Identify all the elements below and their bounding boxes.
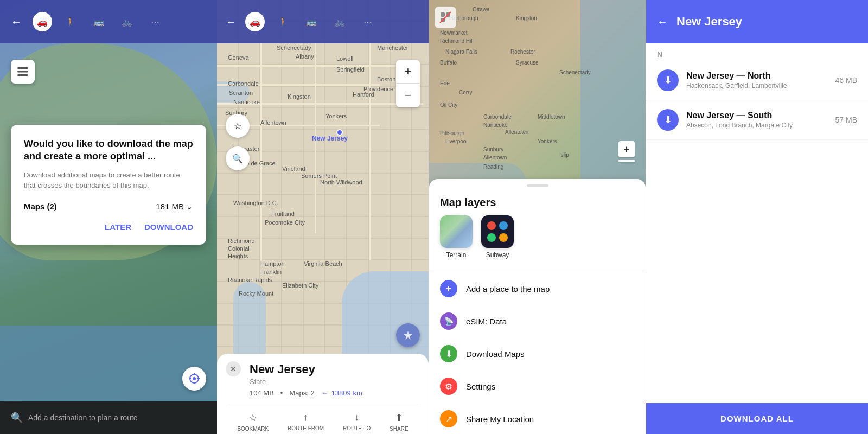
- svg-rect-9: [441, 12, 445, 17]
- svg-rect-1: [17, 71, 28, 73]
- destination-placeholder[interactable]: Add a destination to plan a route: [28, 413, 138, 422]
- star-button[interactable]: ☆: [226, 114, 250, 138]
- route-from-label: ROUTE FROM: [288, 425, 324, 431]
- search-icon-1: 🔍: [11, 412, 23, 424]
- zoom-out-button[interactable]: −: [396, 84, 420, 107]
- menu-item-add-place[interactable]: + Add a place to the map: [429, 272, 646, 305]
- transport-bike-btn-2[interactable]: 🚲: [330, 12, 349, 31]
- panel-download-modal: ← 🚗 🚶 🚌 🚲 ⋯ Would you like to download t…: [0, 0, 217, 434]
- map-road-v3: [369, 43, 371, 260]
- map-road-v2: [315, 43, 316, 233]
- download-button[interactable]: DOWNLOAD: [144, 222, 193, 232]
- nj-dot-sep: •: [280, 389, 283, 397]
- transport-icons-1: 🚗 🚶 🚌 🚲 ⋯: [33, 12, 165, 31]
- subway-icon: [481, 215, 514, 248]
- maps-size: 181 MB ⌄: [156, 202, 193, 212]
- settings-icon: ⚙: [440, 378, 457, 395]
- transport-car-btn[interactable]: 🚗: [33, 12, 52, 31]
- map-minus-btn[interactable]: [618, 160, 635, 162]
- share-action[interactable]: ⬆ SHARE: [390, 412, 408, 432]
- chevron-down-icon: ⌄: [186, 202, 193, 212]
- transport-walk-btn[interactable]: 🚶: [61, 12, 80, 31]
- close-info-card[interactable]: ✕: [226, 361, 241, 376]
- share-location-icon: ↗: [440, 410, 457, 427]
- transport-transit-btn-2[interactable]: 🚌: [302, 12, 321, 31]
- modal-title: Would you like to download the map and c…: [24, 138, 193, 163]
- menu-item-download-maps[interactable]: ⬇ Download Maps: [429, 337, 646, 370]
- zoom-in-button[interactable]: +: [396, 60, 420, 84]
- add-place-icon: +: [440, 280, 457, 297]
- layer-options: Terrain Subway: [429, 215, 646, 267]
- nj-north-item[interactable]: ⬇ New Jersey — North Hackensack, Garfiel…: [646, 61, 868, 100]
- search-icon-2: 🔍: [232, 154, 243, 164]
- nj-state-subtitle: State: [250, 378, 418, 386]
- bookmark-action[interactable]: ☆ BOOKMARK: [237, 412, 269, 432]
- later-button[interactable]: LATER: [105, 222, 131, 232]
- map-water-3-right: [580, 0, 646, 195]
- map-layers-title: Map layers: [429, 192, 646, 215]
- subway-dot-blue: [499, 221, 508, 230]
- esim-label: eSIM: Data: [466, 317, 507, 326]
- map-bg-3: Ottawa Peterborough Kingston Newmarket R…: [429, 0, 646, 195]
- back-arrow-4[interactable]: ←: [657, 16, 668, 28]
- map-road-h3: [217, 103, 423, 105]
- map-plus-btn[interactable]: +: [618, 141, 635, 157]
- back-arrow-2[interactable]: ←: [226, 16, 237, 28]
- transport-icons-2: 🚗 🚶 🚌 🚲 ⋯: [245, 12, 378, 31]
- nj-size: 104 MB: [250, 389, 274, 397]
- menu-item-share-location[interactable]: ↗ Share My Location: [429, 403, 646, 434]
- nj-north-download-icon[interactable]: ⬇: [657, 69, 679, 91]
- nj-north-name: New Jersey — North: [686, 71, 828, 81]
- route-to-label: ROUTE TO: [343, 425, 371, 431]
- map-road-v1: [260, 43, 262, 260]
- nj-north-size: 46 MB: [835, 76, 857, 85]
- search-button-2[interactable]: 🔍: [226, 146, 250, 170]
- route-from-action[interactable]: ↑ ROUTE FROM: [288, 412, 324, 432]
- download-maps-label: Download Maps: [466, 349, 525, 359]
- add-place-label: Add a place to the map: [466, 284, 550, 293]
- menu-item-esim[interactable]: 📡 eSIM: Data: [429, 305, 646, 337]
- bookmark-icon: ☆: [248, 412, 257, 424]
- route-to-action[interactable]: ↓ ROUTE TO: [343, 412, 371, 432]
- star-icon: ☆: [234, 121, 241, 131]
- subway-layer-option[interactable]: Subway: [481, 215, 514, 259]
- terrain-label: Terrain: [446, 251, 467, 259]
- header-bar-1: ← 🚗 🚶 🚌 🚲 ⋯: [0, 0, 217, 43]
- terrain-layer-option[interactable]: Terrain: [440, 215, 473, 259]
- zoom-controls: + −: [396, 60, 420, 107]
- location-button-2[interactable]: [396, 323, 420, 347]
- nj-south-download-icon[interactable]: ⬇: [657, 109, 679, 131]
- transport-more-btn[interactable]: ⋯: [145, 12, 165, 31]
- location-button-1[interactable]: [182, 367, 206, 391]
- back-arrow-1[interactable]: ←: [11, 16, 22, 28]
- nj-south-item[interactable]: ⬇ New Jersey — South Absecon, Long Branc…: [646, 100, 868, 140]
- svg-rect-0: [17, 67, 28, 69]
- header-4: ← New Jersey: [646, 0, 868, 43]
- transport-bike-btn[interactable]: 🚲: [117, 12, 137, 31]
- nj-distance-row: ← 13809 km: [321, 389, 362, 397]
- nj-south-name: New Jersey — South: [686, 111, 828, 120]
- svg-rect-2: [17, 74, 28, 76]
- subway-dots: [482, 216, 513, 247]
- terrain-icon: [440, 215, 473, 248]
- layers-button-1[interactable]: [11, 60, 35, 84]
- transport-walk-btn-2[interactable]: 🚶: [273, 12, 293, 31]
- share-location-label: Share My Location: [466, 414, 534, 424]
- alpha-section-n: N: [646, 43, 868, 61]
- transport-car-btn-2[interactable]: 🚗: [245, 12, 265, 31]
- traffic-layer-toggle[interactable]: [435, 7, 456, 28]
- map-road-h2: [217, 84, 380, 86]
- maps-label: Maps (2): [24, 202, 57, 211]
- nj-state-title: New Jersey: [250, 362, 418, 376]
- nj-south-size: 57 MB: [835, 116, 857, 124]
- modal-subtitle: Download additional maps to create a bet…: [24, 170, 193, 191]
- transport-more-btn-2[interactable]: ⋯: [358, 12, 378, 31]
- share-icon: ⬆: [395, 412, 403, 424]
- menu-item-settings[interactable]: ⚙ Settings: [429, 370, 646, 403]
- nj-page-title: New Jersey: [676, 15, 742, 29]
- transport-transit-btn[interactable]: 🚌: [89, 12, 108, 31]
- share-label: SHARE: [390, 426, 408, 432]
- download-all-button[interactable]: DOWNLOAD ALL: [646, 403, 868, 434]
- esim-icon: 📡: [440, 312, 457, 330]
- header-bar-2: ← 🚗 🚶 🚌 🚲 ⋯: [217, 0, 429, 43]
